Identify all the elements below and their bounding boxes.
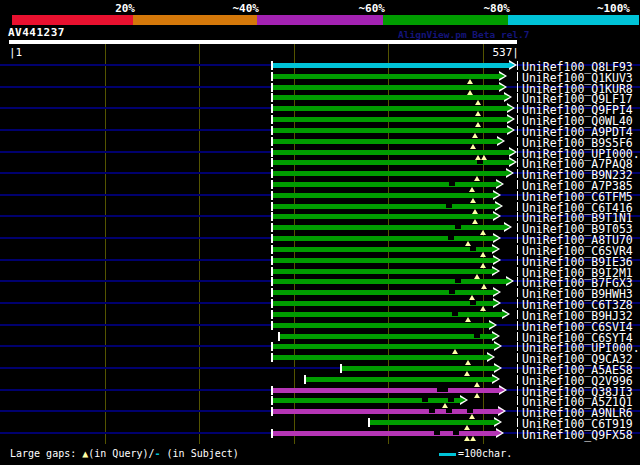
- bar-arrowhead: [493, 257, 499, 263]
- row-start-tick: [271, 83, 273, 92]
- subject-gap-marker: [452, 312, 458, 316]
- alignment-bar: [273, 85, 499, 90]
- alignment-bar: [273, 225, 504, 230]
- query-end-tick: [517, 83, 518, 92]
- ruler-start-label: |1: [9, 46, 22, 59]
- gridline: [105, 44, 106, 444]
- alignment-bar: [273, 214, 493, 219]
- query-end-tick: [517, 245, 518, 254]
- hit-label: UniRef100_B9S5F6: [522, 136, 633, 147]
- query-end-tick: [517, 364, 518, 373]
- alignment-bar: [273, 95, 504, 100]
- bar-arrowhead: [498, 408, 504, 414]
- row-start-tick: [271, 234, 273, 243]
- hit-label: UniRef100_UPI000..: [522, 341, 640, 352]
- hit-label: UniRef100_B9IE36: [522, 255, 633, 266]
- row-start-tick: [271, 310, 273, 319]
- hit-label: UniRef100_Q1KUV3: [522, 71, 633, 82]
- ruler-end-label: 537|: [439, 46, 519, 59]
- alignment-bar: [273, 258, 493, 263]
- query-end-tick: [517, 429, 518, 438]
- row-start-tick: [271, 169, 273, 178]
- subject-gap-marker: [434, 431, 440, 435]
- hit-label: UniRef100_C6TFM5: [522, 190, 633, 201]
- query-gap-marker: [472, 133, 478, 138]
- gap-legend: Large gaps: ▲(in Query)/- (in Subject): [10, 448, 239, 459]
- gridline: [294, 44, 295, 444]
- alignment-bar: [273, 409, 498, 414]
- row-start-tick: [271, 267, 273, 276]
- alignment-bar: [273, 431, 496, 436]
- row-start-tick: [368, 418, 370, 427]
- row-start-tick: [271, 126, 273, 135]
- identity-scale-label: ~60%: [305, 2, 385, 15]
- alignment-bar: [306, 377, 492, 382]
- hit-label: UniRef100_A9NLR6: [522, 406, 633, 417]
- bar-arrowhead: [504, 94, 510, 100]
- query-gap-marker: [467, 79, 473, 84]
- bar-arrowhead: [496, 181, 502, 187]
- identity-scale-segment: [257, 15, 383, 25]
- subject-gap-marker: [470, 301, 476, 305]
- row-start-tick: [304, 375, 306, 384]
- subject-gap-marker: [453, 431, 459, 435]
- query-gap-marker: [465, 360, 471, 365]
- subject-gap-marker: [422, 398, 428, 402]
- query-gap-marker: [475, 100, 481, 105]
- bar-arrowhead: [504, 224, 510, 230]
- row-start-tick: [271, 137, 273, 146]
- query-gap-marker: [469, 414, 475, 419]
- row-start-tick: [271, 212, 273, 221]
- identity-scale-segment: [133, 15, 257, 25]
- hit-label: UniRef100_B7FGX3: [522, 276, 633, 287]
- hit-label: UniRef100_A5Z1Q1: [522, 395, 633, 406]
- query-end-tick: [517, 396, 518, 405]
- bar-arrowhead: [494, 419, 500, 425]
- query-gap-marker: [465, 241, 471, 246]
- subject-gap-marker: [446, 409, 452, 413]
- hit-label: UniRef100_Q0WL40: [522, 114, 633, 125]
- subject-gap-marker: [477, 160, 483, 164]
- alignment-bar: [280, 334, 492, 339]
- query-gap-marker: [481, 284, 487, 289]
- query-end-tick: [517, 223, 518, 232]
- query-end-tick: [517, 180, 518, 189]
- gap-legend-subject-text: (in Subject): [161, 448, 239, 459]
- subject-gap-marker: [455, 225, 461, 229]
- bar-arrowhead: [495, 203, 501, 209]
- row-start-tick: [271, 93, 273, 102]
- hit-label: UniRef100_B9T1N1: [522, 211, 633, 222]
- query-end-tick: [517, 299, 518, 308]
- bar-arrowhead: [493, 192, 499, 198]
- bar-arrowhead: [493, 289, 499, 295]
- hit-label: UniRef100_Q9FPI4: [522, 103, 633, 114]
- bar-arrowhead: [492, 268, 498, 274]
- query-gap-marker: [474, 382, 480, 387]
- bar-arrowhead: [496, 430, 502, 436]
- identity-scale-segment: [508, 15, 639, 25]
- query-gap-marker: [464, 425, 470, 430]
- bar-arrowhead: [494, 343, 500, 349]
- hit-label: UniRef100_A5AES8: [522, 363, 633, 374]
- row-start-tick: [278, 332, 280, 341]
- alignment-bar: [273, 236, 493, 241]
- hit-label: UniRef100_C6T3Z8: [522, 298, 633, 309]
- query-gap-marker: [480, 252, 486, 257]
- hit-label: UniRef100_B9HJ32: [522, 309, 633, 320]
- identity-scale-segment: [12, 15, 133, 25]
- row-start-tick: [271, 202, 273, 211]
- alignment-bar: [273, 182, 496, 187]
- bar-arrowhead: [497, 138, 503, 144]
- alignment-bar: [273, 398, 460, 403]
- row-start-tick: [271, 148, 273, 157]
- gridline: [199, 44, 200, 444]
- row-start-tick: [271, 342, 273, 351]
- bar-arrowhead: [493, 213, 499, 219]
- gap-legend-query-text: (in Query)/: [88, 448, 154, 459]
- row-start-tick: [271, 353, 273, 362]
- query-end-tick: [517, 353, 518, 362]
- alignment-bar: [273, 193, 493, 198]
- subject-gap-marker: [449, 182, 455, 186]
- alignment-bar: [273, 247, 492, 252]
- bar-arrowhead: [494, 365, 500, 371]
